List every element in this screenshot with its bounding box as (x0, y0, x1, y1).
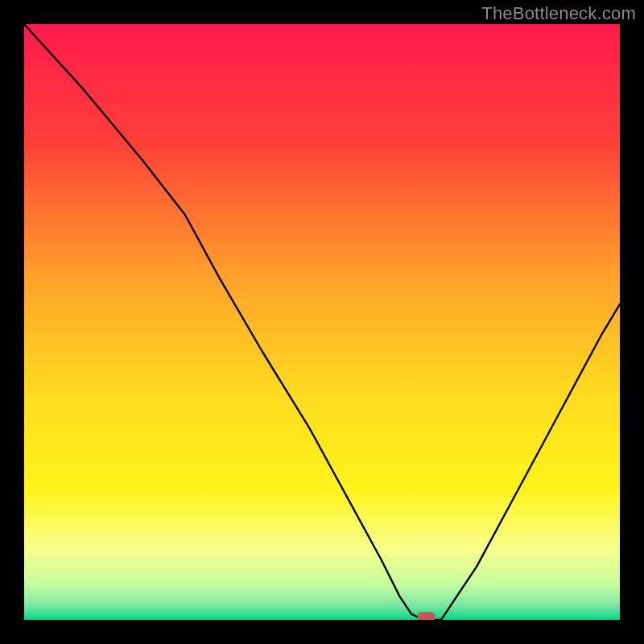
marker-point-icon (418, 612, 436, 620)
watermark-text: TheBottleneck.com (481, 3, 636, 24)
gradient-background (24, 24, 620, 620)
chart-svg (24, 24, 620, 620)
chart-container: TheBottleneck.com (0, 0, 644, 644)
plot-area (24, 24, 620, 620)
